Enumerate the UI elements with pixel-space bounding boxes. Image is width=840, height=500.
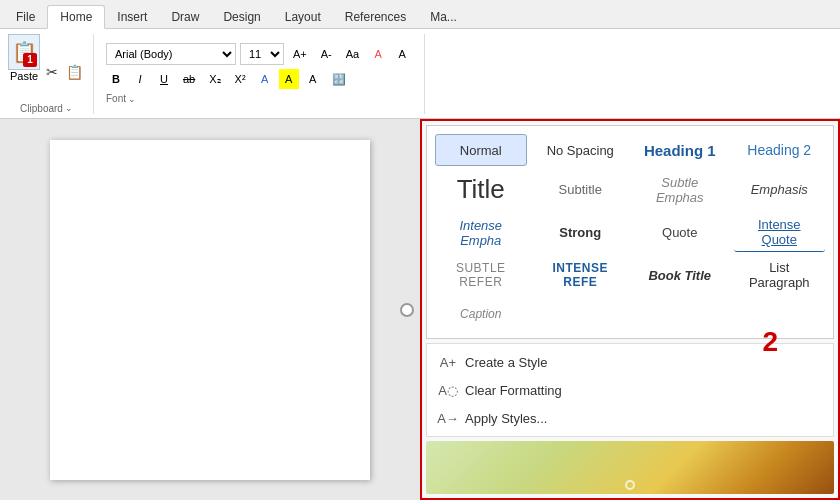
- font-label: Font: [106, 93, 126, 104]
- clear-formatting-icon: A◌: [439, 381, 457, 399]
- style-strong[interactable]: Strong: [535, 213, 627, 252]
- style-caption[interactable]: Caption: [435, 298, 527, 330]
- font-color-a-button[interactable]: A: [368, 44, 388, 64]
- bottom-image-handle: [625, 480, 635, 490]
- style-book-title[interactable]: Book Title: [634, 256, 726, 294]
- clipboard-label: Clipboard: [20, 103, 63, 114]
- italic-button[interactable]: I: [130, 69, 150, 89]
- font-group: Arial (Body) 11 A+ A- Aa A A B I U ab X₂…: [106, 34, 425, 114]
- tab-home[interactable]: Home: [47, 5, 105, 29]
- tab-file[interactable]: File: [4, 6, 47, 28]
- styles-grid: Normal No Spacing Heading 1 Heading 2 Ti…: [426, 125, 834, 339]
- font-case-button[interactable]: Aa: [341, 44, 364, 64]
- font-expand-icon[interactable]: ⌄: [128, 94, 136, 104]
- font-color-button[interactable]: A: [255, 69, 275, 89]
- main-content: Normal No Spacing Heading 1 Heading 2 Ti…: [0, 119, 840, 500]
- style-heading1[interactable]: Heading 1: [634, 134, 726, 166]
- style-subtle-reference[interactable]: Subtle Refer: [435, 256, 527, 294]
- font-family-select[interactable]: Arial (Body): [106, 43, 236, 65]
- paste-button[interactable]: 📋 1 Paste: [8, 34, 40, 82]
- clipboard-small-icons: ✂ 📋: [44, 62, 85, 82]
- font-decrease-button[interactable]: A-: [316, 44, 337, 64]
- font-size-select[interactable]: 11: [240, 43, 284, 65]
- apply-styles-item[interactable]: A→ Apply Styles...: [427, 404, 833, 432]
- styles-panel: Normal No Spacing Heading 1 Heading 2 Ti…: [420, 119, 840, 500]
- style-title[interactable]: Title: [435, 170, 527, 209]
- apply-styles-icon: A→: [439, 409, 457, 427]
- paste-label: Paste: [10, 70, 38, 82]
- bold-button[interactable]: B: [106, 69, 126, 89]
- font-shading-button[interactable]: A: [303, 69, 323, 89]
- style-no-spacing[interactable]: No Spacing: [535, 134, 627, 166]
- superscript-button[interactable]: X²: [230, 69, 251, 89]
- style-quote[interactable]: Quote: [634, 213, 726, 252]
- apply-styles-label: Apply Styles...: [465, 411, 547, 426]
- badge-1: 1: [23, 53, 37, 67]
- ribbon: File Home Insert Draw Design Layout Refe…: [0, 0, 840, 119]
- style-subtitle[interactable]: Subtitle: [535, 170, 627, 209]
- highlight-button[interactable]: A: [279, 69, 299, 89]
- subscript-button[interactable]: X₂: [204, 69, 225, 89]
- clear-formatting-label: Clear Formatting: [465, 383, 562, 398]
- style-intense-reference[interactable]: Intense Refe: [535, 256, 627, 294]
- create-style-label: Create a Style: [465, 355, 547, 370]
- clipboard-expand-icon[interactable]: ⌄: [65, 103, 73, 113]
- scroll-handle[interactable]: [400, 303, 414, 317]
- tab-design[interactable]: Design: [211, 6, 272, 28]
- font-name-row: Arial (Body) 11 A+ A- Aa A A: [106, 43, 412, 65]
- tab-draw[interactable]: Draw: [159, 6, 211, 28]
- clear-formatting-item[interactable]: A◌ Clear Formatting: [427, 376, 833, 404]
- copy-button[interactable]: 📋: [64, 62, 85, 82]
- font-border-button[interactable]: 🔡: [327, 69, 351, 89]
- tab-references[interactable]: References: [333, 6, 418, 28]
- font-clear-button[interactable]: A: [392, 44, 412, 64]
- badge-2: 2: [762, 326, 778, 358]
- tab-layout[interactable]: Layout: [273, 6, 333, 28]
- create-style-icon: A+: [439, 353, 457, 371]
- font-style-row: B I U ab X₂ X² A A A 🔡: [106, 69, 412, 89]
- paste-icon: 📋 1: [8, 34, 40, 70]
- strikethrough-button[interactable]: ab: [178, 69, 200, 89]
- style-subtle-emphasis[interactable]: Subtle Emphas: [634, 170, 726, 209]
- tab-insert[interactable]: Insert: [105, 6, 159, 28]
- cut-button[interactable]: ✂: [44, 62, 60, 82]
- ribbon-tab-bar: File Home Insert Draw Design Layout Refe…: [0, 0, 840, 28]
- style-heading2[interactable]: Heading 2: [734, 134, 826, 166]
- document-area: [0, 119, 420, 500]
- bottom-image: [426, 441, 834, 494]
- tab-more[interactable]: Ma...: [418, 6, 469, 28]
- style-intense-emphasis[interactable]: Intense Empha: [435, 213, 527, 252]
- style-list-paragraph[interactable]: List Paragraph: [734, 256, 826, 294]
- underline-button[interactable]: U: [154, 69, 174, 89]
- document-page: [50, 140, 370, 480]
- font-increase-button[interactable]: A+: [288, 44, 312, 64]
- ribbon-content: 📋 1 Paste ✂ 📋 Clipboard ⌄ Arial (Body): [0, 28, 840, 118]
- clipboard-group: 📋 1 Paste ✂ 📋 Clipboard ⌄: [8, 34, 94, 114]
- style-emphasis[interactable]: Emphasis: [734, 170, 826, 209]
- style-normal[interactable]: Normal: [435, 134, 527, 166]
- style-intense-quote[interactable]: Intense Quote: [734, 213, 826, 252]
